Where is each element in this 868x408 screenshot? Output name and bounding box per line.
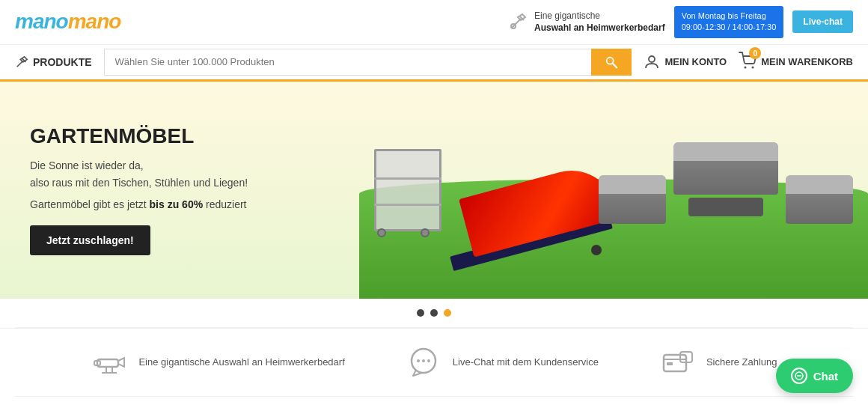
hours-box: Von Montag bis Freitag 09:00-12:30 / 14:…	[674, 6, 784, 38]
svg-point-21	[798, 375, 800, 377]
carousel-dot-3[interactable]	[444, 309, 451, 317]
feature-heimwerker: Eine gigantische Auswahl an Heimwerkerbe…	[91, 344, 344, 381]
svg-point-4	[745, 67, 747, 69]
wrench-nav-icon	[15, 55, 28, 69]
cart-wheel-right	[421, 228, 430, 237]
svg-point-3	[649, 56, 655, 62]
account-nav[interactable]: MEIN KONTO	[644, 54, 727, 70]
tool-icon	[507, 11, 528, 32]
svg-point-22	[800, 375, 801, 377]
produkte-label: PRODUKTE	[33, 56, 92, 68]
hero-image	[359, 82, 868, 299]
logo-part2: mano	[68, 10, 121, 34]
account-label: MEIN KONTO	[664, 56, 727, 67]
feature-livechat-text: Live-Chat mit dem Kundenservice	[453, 356, 599, 368]
chat-label: Chat	[813, 370, 838, 383]
chat-float-button[interactable]: Chat	[776, 359, 853, 393]
cart-nav[interactable]: 0 MEIN WARENKORB	[739, 52, 853, 72]
svg-line-2	[613, 64, 617, 67]
feature-livechat: Live-Chat mit dem Kundenservice	[405, 344, 599, 381]
lounger-wheel	[591, 245, 602, 255]
feature-zahlung: Sichere Zahlung	[658, 344, 777, 381]
hero-text: GARTENMÖBEL Die Sonne ist wieder da, als…	[0, 102, 278, 278]
svg-point-12	[417, 359, 420, 362]
svg-point-20	[797, 375, 798, 377]
search-button[interactable]	[591, 49, 632, 76]
hero-promo: Gartenmöbel gibt es jetzt bis zu 60% red…	[30, 198, 248, 210]
account-icon	[644, 54, 660, 70]
payment-icon	[658, 344, 696, 381]
search-bar	[104, 49, 632, 76]
navbar: PRODUKTE MEIN KONTO 0 MEIN WARENKORB	[0, 44, 868, 82]
carousel-dots	[0, 299, 868, 327]
coffee-table	[688, 198, 763, 216]
live-chat-header-button[interactable]: Live-chat	[792, 10, 853, 33]
produkte-nav[interactable]: PRODUKTE	[15, 55, 92, 69]
hero-banner: GARTENMÖBEL Die Sonne ist wieder da, als…	[0, 82, 868, 299]
carousel-dot-1[interactable]	[417, 309, 424, 317]
feature-zahlung-text: Sichere Zahlung	[706, 356, 777, 368]
svg-point-14	[427, 359, 430, 362]
cart-wheel-left	[377, 228, 386, 237]
chat-icon	[405, 344, 442, 381]
heimwerker-text: Eine gigantische Auswahl an Heimwerkerbe…	[534, 10, 665, 35]
search-icon	[605, 55, 618, 69]
drill-icon	[91, 344, 128, 381]
header-right: Eine gigantische Auswahl an Heimwerkerbe…	[507, 6, 853, 38]
features-bar: Eine gigantische Auswahl an Heimwerkerbe…	[0, 328, 868, 396]
cart-badge: 0	[749, 47, 761, 59]
armchair-right	[786, 175, 853, 224]
logo-part1: mano	[15, 10, 68, 34]
sofa-main	[673, 142, 778, 195]
cart-label: MEIN WARENKORB	[761, 56, 853, 67]
service-cart	[374, 149, 441, 231]
sofa-set	[599, 142, 853, 224]
svg-point-13	[422, 359, 425, 362]
hero-title: GARTENMÖBEL	[30, 124, 248, 148]
carousel-dot-2[interactable]	[430, 309, 438, 317]
bottom-separator	[15, 396, 853, 397]
search-input[interactable]	[104, 49, 592, 76]
armchair-left	[599, 175, 666, 224]
hero-desc: Die Sonne ist wieder da, also raus mit d…	[30, 157, 248, 191]
logo[interactable]: mano mano	[15, 10, 120, 34]
svg-point-5	[752, 67, 754, 69]
header-top: mano mano Eine gigantische Auswahl an He…	[0, 0, 868, 44]
svg-rect-18	[667, 362, 673, 365]
heimwerker-info: Eine gigantische Auswahl an Heimwerkerbe…	[507, 10, 665, 35]
feature-heimwerker-text: Eine gigantische Auswahl an Heimwerkerbe…	[138, 356, 344, 368]
hero-cta-button[interactable]: Jetzt zuschlagen!	[30, 225, 150, 255]
chat-bubble-icon	[791, 368, 807, 384]
